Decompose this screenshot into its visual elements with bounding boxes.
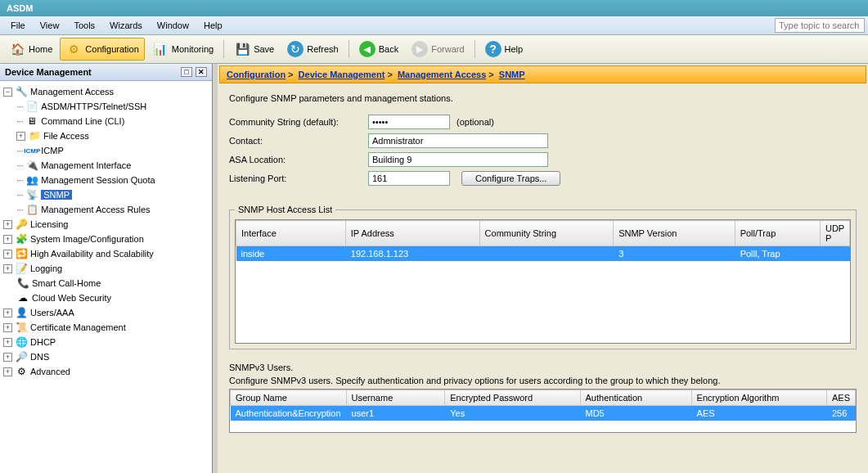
user-row[interactable]: Authentication&Encryption user1 Yes MD5 …	[231, 406, 856, 421]
host-row[interactable]: inside 192.168.1.123 3 Polll, Trap	[236, 246, 850, 262]
tree-asdm-https[interactable]: ····📄 ASDM/HTTPS/Telnet/SSH	[2, 99, 210, 114]
expand-icon[interactable]: +	[3, 353, 12, 362]
tree-management-access[interactable]: − 🔧 Management Access	[2, 84, 210, 99]
col-username[interactable]: Username	[346, 390, 445, 406]
snmpv3-users-table[interactable]: Group Name Username Encrypted Password A…	[230, 390, 856, 421]
interface-icon: 🔌	[25, 159, 38, 172]
col-community[interactable]: Community String	[479, 221, 614, 246]
forward-button[interactable]: ► Forward	[406, 38, 470, 61]
col-ip[interactable]: IP Address	[345, 221, 479, 246]
menu-wizards[interactable]: Wizards	[102, 18, 150, 33]
sidebar-title: Device Management □ ✕	[0, 64, 212, 81]
menu-file[interactable]: File	[3, 18, 33, 33]
refresh-button[interactable]: ↻ Refresh	[281, 38, 344, 61]
menu-window[interactable]: Window	[150, 18, 196, 33]
crumb-configuration[interactable]: Configuration	[227, 70, 286, 79]
crumb-device-management[interactable]: Device Management	[299, 70, 385, 79]
contact-input[interactable]	[368, 133, 548, 148]
key-icon: 🔑	[15, 218, 28, 231]
back-button[interactable]: ◄ Back	[353, 38, 404, 61]
expand-icon[interactable]: +	[3, 323, 12, 332]
col-encalg[interactable]: Encryption Algorithm	[691, 390, 826, 406]
tree-smart-call[interactable]: 📞Smart Call-Home	[2, 276, 210, 291]
monitoring-icon: 📊	[152, 41, 169, 57]
phone-icon: 📞	[16, 277, 29, 290]
tree-system-image[interactable]: +🧩System Image/Configuration	[2, 232, 210, 246]
crumb-management-access[interactable]: Management Access	[398, 70, 486, 79]
help-button[interactable]: ? Help	[479, 38, 529, 61]
tree-users-aaa[interactable]: +👤Users/AAA	[2, 305, 210, 320]
menu-help[interactable]: Help	[196, 18, 230, 33]
configuration-button[interactable]: ⚙ Configuration	[60, 38, 144, 61]
tree-dhcp[interactable]: +🌐DHCP	[2, 335, 210, 349]
quota-icon: 👥	[25, 173, 38, 187]
expand-icon[interactable]: +	[3, 235, 12, 244]
col-auth[interactable]: Authentication	[580, 390, 691, 406]
forward-icon: ►	[412, 41, 428, 57]
menu-view[interactable]: View	[33, 18, 67, 33]
dhcp-icon: 🌐	[15, 336, 28, 349]
home-button[interactable]: 🏠 Home	[3, 38, 58, 61]
users-icon: 👤	[15, 306, 28, 319]
help-icon: ?	[485, 41, 501, 57]
tree-cloud-web[interactable]: ☁Cloud Web Security	[2, 291, 210, 305]
tree-mgmt-interface[interactable]: ····🔌 Management Interface	[2, 158, 210, 173]
app-title: ASDM	[7, 3, 33, 13]
save-button[interactable]: 💾 Save	[228, 38, 280, 61]
ha-icon: 🔁	[15, 247, 28, 260]
gears-icon: 🧩	[15, 232, 28, 246]
col-polltrap[interactable]: Poll/Trap	[735, 221, 820, 246]
port-input[interactable]	[368, 171, 450, 186]
expand-icon[interactable]: +	[3, 220, 12, 229]
tree-logging[interactable]: +📝Logging	[2, 261, 210, 276]
expand-icon[interactable]: +	[16, 132, 25, 141]
col-version[interactable]: SNMP Version	[614, 221, 735, 246]
expand-icon[interactable]: +	[3, 338, 12, 347]
col-group[interactable]: Group Name	[231, 390, 347, 406]
expand-icon[interactable]: +	[3, 367, 12, 376]
rules-icon: 📋	[25, 203, 38, 216]
undock-icon[interactable]: □	[181, 67, 192, 77]
community-string-input[interactable]	[368, 115, 450, 129]
col-encpw[interactable]: Encrypted Password	[445, 390, 580, 406]
tree-cert-mgmt[interactable]: +📜Certificate Management	[2, 320, 210, 335]
collapse-icon[interactable]: −	[3, 88, 12, 97]
save-icon: 💾	[234, 41, 250, 57]
col-udp[interactable]: UDP P	[820, 221, 849, 246]
configure-traps-button[interactable]: Configure Traps...	[461, 171, 560, 186]
cloud-icon: ☁	[16, 291, 29, 304]
monitoring-button[interactable]: 📊 Monitoring	[146, 38, 219, 61]
expand-icon[interactable]: +	[3, 250, 12, 259]
gears-icon: ⚙	[65, 41, 82, 57]
port-label: Listening Port:	[229, 173, 368, 183]
tree-dns[interactable]: +🔎DNS	[2, 349, 210, 364]
tree-session-quota[interactable]: ····👥 Management Session Quota	[2, 173, 210, 187]
tree-cli[interactable]: ····🖥 Command Line (CLI)	[2, 114, 210, 128]
tree-file-access[interactable]: +📁 File Access	[2, 128, 210, 143]
nav-tree[interactable]: − 🔧 Management Access ····📄 ASDM/HTTPS/T…	[0, 81, 212, 473]
tree-advanced[interactable]: +⚙Advanced	[2, 364, 210, 379]
crumb-snmp[interactable]: SNMP	[499, 70, 525, 79]
tree-licensing[interactable]: +🔑Licensing	[2, 217, 210, 232]
community-string-label: Community String (default):	[229, 117, 368, 127]
tree-icmp[interactable]: ····ICMP ICMP	[2, 143, 210, 158]
form-description: Configure SNMP parameters and management…	[229, 93, 857, 103]
close-panel-icon[interactable]: ✕	[196, 67, 207, 77]
menu-bar: File View Tools Wizards Window Help	[0, 16, 868, 35]
help-search-input[interactable]	[775, 18, 865, 33]
breadcrumb: Configuration> Device Management> Manage…	[219, 65, 866, 83]
tree-snmp[interactable]: ····📡 SNMP	[2, 187, 210, 202]
location-label: ASA Location:	[229, 155, 368, 164]
tree-access-rules[interactable]: ····📋 Management Access Rules	[2, 202, 210, 217]
back-icon: ◄	[359, 41, 376, 57]
tree-ha[interactable]: +🔁High Availability and Scalability	[2, 246, 210, 261]
expand-icon[interactable]: +	[3, 264, 12, 273]
host-access-table[interactable]: Interface IP Address Community String SN…	[236, 220, 850, 261]
expand-icon[interactable]: +	[3, 309, 12, 318]
toolbar-separator	[474, 40, 475, 58]
menu-tools[interactable]: Tools	[66, 18, 102, 33]
location-input[interactable]	[368, 152, 548, 167]
folder-icon: 🔧	[15, 85, 28, 98]
col-interface[interactable]: Interface	[236, 221, 346, 246]
col-aes[interactable]: AES	[826, 390, 855, 406]
